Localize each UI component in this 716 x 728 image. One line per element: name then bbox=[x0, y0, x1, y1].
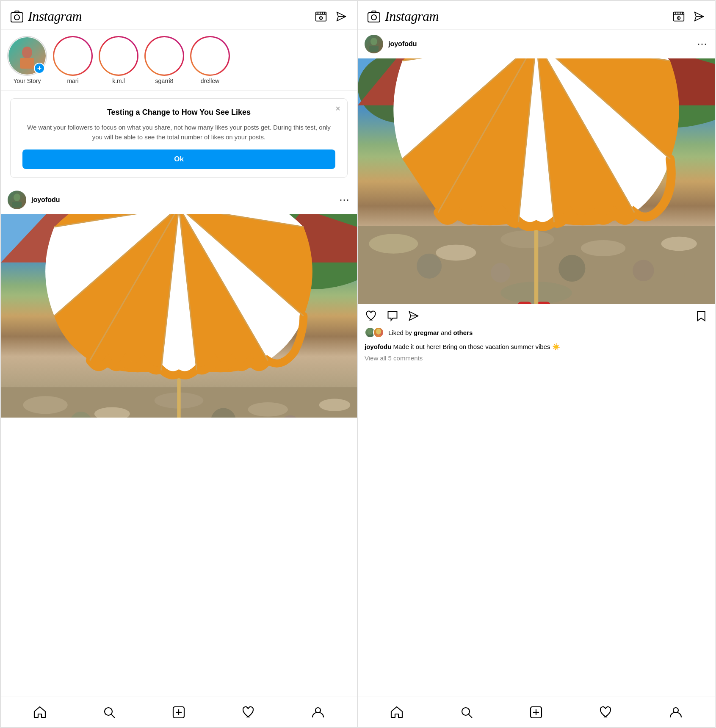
svg-point-111 bbox=[462, 708, 470, 715]
right-paper-plane-icon[interactable] bbox=[693, 10, 705, 23]
svg-rect-66 bbox=[369, 46, 379, 52]
svg-rect-108 bbox=[367, 335, 373, 338]
left-phone-panel: Instagram bbox=[0, 0, 358, 728]
left-nav-search[interactable] bbox=[101, 704, 118, 721]
story-avatar-wrap-drellew bbox=[191, 37, 229, 75]
left-post-username[interactable]: joyofodu bbox=[31, 196, 60, 204]
story-avatar-wrap-mari bbox=[54, 37, 91, 75]
right-likes-text: Liked by gregmar and others bbox=[388, 329, 473, 336]
right-post-actions bbox=[358, 304, 715, 325]
camera-icon[interactable] bbox=[10, 10, 24, 23]
svg-point-83 bbox=[633, 260, 654, 281]
story-item-sgarri8[interactable]: sgarri8 bbox=[146, 37, 183, 84]
left-header-left: Instagram bbox=[10, 8, 82, 24]
story-item-drellew[interactable]: drellew bbox=[191, 37, 229, 84]
right-post-user[interactable]: joyofodu bbox=[365, 35, 417, 53]
right-like-button[interactable] bbox=[365, 309, 378, 323]
notification-popup: × Testing a Change to How You See Likes … bbox=[10, 98, 348, 178]
story-item-mari[interactable]: mari bbox=[54, 37, 91, 84]
left-header-icons bbox=[315, 10, 348, 23]
svg-point-76 bbox=[436, 245, 476, 261]
svg-line-53 bbox=[111, 714, 115, 718]
story-label-mari: mari bbox=[67, 78, 78, 84]
svg-point-82 bbox=[558, 255, 585, 282]
svg-point-75 bbox=[369, 234, 418, 253]
story-avatar-wrap-your-story: + bbox=[8, 37, 46, 75]
right-reels-icon[interactable] bbox=[672, 10, 685, 23]
svg-line-112 bbox=[469, 714, 472, 718]
paper-plane-icon[interactable] bbox=[335, 10, 348, 23]
svg-point-1 bbox=[14, 15, 19, 20]
svg-point-79 bbox=[661, 237, 697, 251]
notification-ok-button[interactable]: Ok bbox=[22, 149, 335, 169]
left-post-more-button[interactable]: ⋯ bbox=[339, 195, 350, 205]
story-ring-drellew bbox=[190, 36, 230, 76]
svg-rect-110 bbox=[375, 335, 382, 338]
svg-point-30 bbox=[319, 399, 351, 411]
story-item-your-story[interactable]: + Your Story bbox=[8, 37, 46, 84]
right-nav-heart[interactable] bbox=[597, 704, 614, 721]
story-ring-mari bbox=[53, 36, 93, 76]
right-save-button[interactable] bbox=[694, 309, 708, 323]
right-caption-username[interactable]: joyofodu bbox=[365, 343, 391, 350]
story-label-drellew: drellew bbox=[201, 78, 219, 84]
left-nav-add[interactable] bbox=[170, 704, 187, 721]
right-share-button[interactable] bbox=[407, 309, 420, 323]
svg-point-77 bbox=[500, 230, 554, 248]
right-caption-text: Made it out here! Bring on those vacatio… bbox=[393, 343, 560, 350]
right-like-avatar-2 bbox=[373, 327, 384, 338]
svg-rect-86 bbox=[517, 302, 532, 304]
svg-point-26 bbox=[23, 396, 68, 414]
svg-rect-87 bbox=[536, 302, 551, 304]
svg-point-17 bbox=[14, 194, 20, 201]
svg-point-81 bbox=[491, 263, 510, 282]
svg-point-84 bbox=[684, 267, 700, 283]
right-post-username[interactable]: joyofodu bbox=[388, 40, 417, 48]
story-label-sgarri8: sgarri8 bbox=[155, 78, 174, 84]
right-post-comments-link[interactable]: View all 5 comments bbox=[358, 353, 715, 366]
svg-rect-0 bbox=[11, 13, 23, 22]
right-header-left: Instagram bbox=[367, 8, 439, 24]
story-ring-kml bbox=[99, 36, 138, 76]
svg-point-62 bbox=[678, 17, 680, 19]
right-likes-others[interactable]: others bbox=[453, 329, 473, 336]
right-comment-button[interactable] bbox=[386, 309, 399, 323]
logo-text: Instagram bbox=[28, 8, 82, 24]
svg-point-109 bbox=[376, 329, 381, 335]
story-avatar-wrap-sgarri8 bbox=[146, 37, 183, 75]
svg-point-107 bbox=[368, 329, 373, 335]
left-post-image bbox=[1, 214, 357, 418]
left-post-avatar bbox=[8, 191, 26, 209]
right-phone-panel: Instagram bbox=[358, 0, 716, 728]
right-nav-search[interactable] bbox=[458, 704, 475, 721]
right-camera-icon[interactable] bbox=[367, 10, 381, 23]
right-bottom-nav bbox=[358, 697, 715, 727]
right-nav-add[interactable] bbox=[528, 704, 545, 721]
left-nav-home[interactable] bbox=[31, 704, 48, 721]
stories-row: + Your Story mari bbox=[1, 30, 357, 91]
right-nav-home[interactable] bbox=[388, 704, 405, 721]
reels-icon[interactable] bbox=[315, 10, 327, 23]
right-likes-avatars bbox=[365, 327, 384, 338]
svg-rect-18 bbox=[12, 202, 22, 208]
svg-point-80 bbox=[417, 254, 442, 279]
close-icon[interactable]: × bbox=[335, 104, 340, 113]
right-post-image bbox=[358, 58, 715, 304]
left-post-header: joyofodu ⋯ bbox=[1, 185, 357, 214]
story-label-your-story: Your Story bbox=[14, 78, 41, 84]
story-add-button[interactable]: + bbox=[34, 63, 45, 74]
left-post-user[interactable]: joyofodu bbox=[8, 191, 60, 209]
left-nav-heart[interactable] bbox=[240, 704, 257, 721]
right-header: Instagram bbox=[358, 1, 715, 30]
right-post-more-button[interactable]: ⋯ bbox=[697, 39, 708, 49]
left-nav-profile[interactable] bbox=[310, 704, 326, 721]
right-header-icons bbox=[672, 10, 705, 23]
svg-rect-58 bbox=[368, 13, 380, 22]
right-likes-name[interactable]: gregmar bbox=[414, 329, 439, 336]
story-item-kml[interactable]: k.m.l bbox=[100, 37, 137, 84]
story-label-kml: k.m.l bbox=[112, 78, 125, 84]
svg-point-65 bbox=[370, 38, 377, 45]
right-post-header: joyofodu ⋯ bbox=[358, 30, 715, 58]
svg-point-4 bbox=[321, 17, 322, 19]
right-nav-profile[interactable] bbox=[667, 704, 684, 721]
